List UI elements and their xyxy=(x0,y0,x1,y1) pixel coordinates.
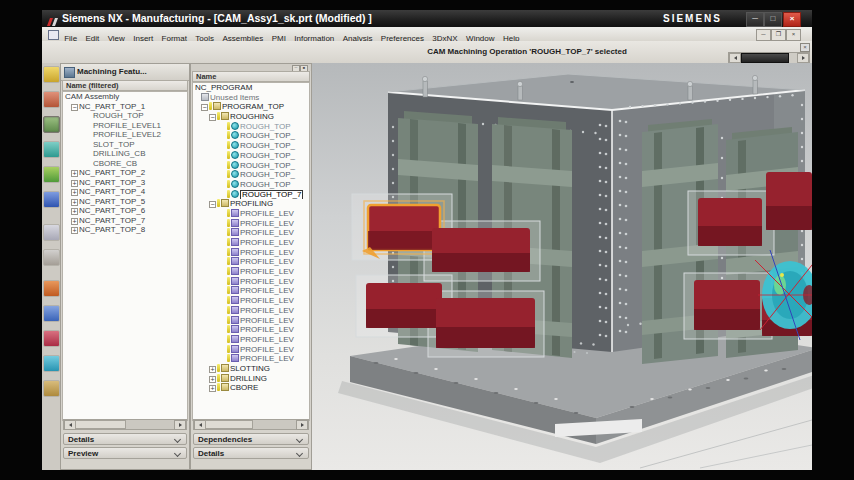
tree-expander-icon[interactable] xyxy=(201,104,208,111)
tree-expander-icon[interactable] xyxy=(71,189,78,196)
tree-row[interactable]: PROFILE_LEV xyxy=(193,325,309,335)
scrollbar-thumb[interactable] xyxy=(205,420,253,429)
tree-row[interactable]: Unused Items xyxy=(193,93,309,103)
maximize-button[interactable]: □ xyxy=(764,12,782,27)
toolbar-overflow-icon[interactable]: × xyxy=(800,43,810,52)
tree-row[interactable]: NC_PART_TOP_7 xyxy=(63,216,187,226)
details-section-bar[interactable]: Details xyxy=(193,447,309,459)
history-icon[interactable] xyxy=(43,224,60,241)
scroll-right-icon[interactable] xyxy=(296,420,308,430)
selected-workpiece[interactable] xyxy=(362,201,444,259)
assembly-navigator-icon[interactable] xyxy=(43,66,60,83)
tree-row[interactable]: CBORE xyxy=(193,383,309,393)
system-scenes-icon[interactable] xyxy=(43,355,60,372)
workpiece[interactable] xyxy=(694,280,760,330)
tree-row[interactable]: PROFILE_LEV xyxy=(193,306,309,316)
tree-expander-icon[interactable] xyxy=(71,180,78,187)
part-navigator-icon[interactable] xyxy=(43,166,60,183)
tree-row[interactable]: PROFILE_LEV xyxy=(193,257,309,267)
tombstone-fixture-model[interactable] xyxy=(312,63,812,470)
tree-row[interactable]: PROFILE_LEV xyxy=(193,219,309,229)
tree-row[interactable]: NC_PART_TOP_6 xyxy=(63,206,187,216)
tree-expander-icon[interactable] xyxy=(71,170,78,177)
scroll-left-icon[interactable] xyxy=(729,53,741,63)
tree-row[interactable]: PROFILE_LEV xyxy=(193,286,309,296)
reuse-library-icon[interactable] xyxy=(43,249,60,266)
minimize-button[interactable]: ─ xyxy=(746,12,764,27)
close-button[interactable]: × xyxy=(783,12,801,27)
tree-expander-icon[interactable] xyxy=(71,199,78,206)
panel-header[interactable]: Machining Featu... xyxy=(61,64,189,81)
tree-row[interactable]: ROUGH_TOP_ xyxy=(193,151,309,161)
tree-row[interactable]: ROUGHING xyxy=(193,112,309,122)
workpiece[interactable] xyxy=(766,172,812,230)
details-section-bar[interactable]: Details xyxy=(63,433,187,445)
tree-row[interactable]: NC_PART_TOP_2 xyxy=(63,168,187,178)
tree-row[interactable]: NC_PART_TOP_3 xyxy=(63,178,187,188)
tree-row[interactable]: PROFILE_LEV xyxy=(193,248,309,258)
tree-row[interactable]: ROUGH_TOP_ xyxy=(193,161,309,171)
tree-row[interactable]: PROFILE_LEVEL1 xyxy=(63,121,187,131)
tree-expander-icon[interactable] xyxy=(71,104,78,111)
tree-row[interactable]: ROUGH_TOP xyxy=(63,111,187,121)
tree-row[interactable]: NC_PART_TOP_5 xyxy=(63,197,187,207)
tree-row[interactable]: PROFILE_LEV xyxy=(193,296,309,306)
tree-row[interactable]: PROFILE_LEV xyxy=(193,354,309,364)
touch-mode-icon[interactable] xyxy=(43,380,60,397)
tree-row[interactable]: ROUGH_TOP_ xyxy=(193,131,309,141)
tree-row[interactable]: PROFILE_LEV xyxy=(193,345,309,355)
web-browser-icon[interactable] xyxy=(43,191,60,208)
tree-row[interactable]: ROUGH_TOP_ xyxy=(193,141,309,151)
tree-expander-icon[interactable] xyxy=(209,201,216,208)
preview-section-bar[interactable]: Preview xyxy=(63,447,187,459)
tree-row[interactable]: ROUGH_TOP xyxy=(193,180,309,190)
scroll-right-icon[interactable] xyxy=(174,420,186,430)
tree-expander-icon[interactable] xyxy=(209,376,216,383)
tree-expander-icon[interactable] xyxy=(209,385,216,392)
title-bar[interactable]: Siemens NX - Manufacturing - [CAM_Assy1_… xyxy=(42,10,812,27)
workpiece[interactable] xyxy=(698,198,762,246)
tree-row[interactable]: PROFILE_LEV xyxy=(193,277,309,287)
machining-feature-navigator-icon[interactable] xyxy=(43,116,60,133)
tree-row[interactable]: PROFILE_LEV xyxy=(193,228,309,238)
child-minimize-icon[interactable]: ─ xyxy=(756,29,771,41)
tree-row[interactable]: SLOTTING xyxy=(193,364,309,374)
child-close-icon[interactable]: × xyxy=(786,29,801,41)
horizontal-scrollbar[interactable] xyxy=(63,419,187,430)
tree-row[interactable]: PROGRAM_TOP xyxy=(193,102,309,112)
constraint-navigator-icon[interactable] xyxy=(43,91,60,108)
workpiece[interactable] xyxy=(432,228,530,272)
tree-row[interactable]: PROFILE_LEV xyxy=(193,267,309,277)
tree-expander-icon[interactable] xyxy=(71,227,78,234)
tree-row[interactable]: DRILLING xyxy=(193,374,309,384)
tree-row[interactable]: DRILLING_CB xyxy=(63,149,187,159)
tree-row[interactable]: ROUGH_TOP xyxy=(193,122,309,132)
tree-row[interactable]: CBORE_CB xyxy=(63,159,187,169)
scrollbar-thumb[interactable] xyxy=(741,53,789,63)
tree-row[interactable]: SLOT_TOP xyxy=(63,140,187,150)
roles-icon[interactable] xyxy=(43,330,60,347)
tree-expander-icon[interactable] xyxy=(209,366,216,373)
tree-expander-icon[interactable] xyxy=(209,114,216,121)
tree-row[interactable]: ROUGH_TOP_7 xyxy=(193,190,309,200)
tree-row[interactable]: ROUGH_TOP_ xyxy=(193,170,309,180)
dependencies-section-bar[interactable]: Dependencies xyxy=(193,433,309,445)
tree-row[interactable]: NC_PROGRAM xyxy=(193,83,309,93)
operation-navigator-icon[interactable] xyxy=(43,141,60,158)
tree-expander-icon[interactable] xyxy=(71,208,78,215)
tree-row[interactable]: NC_PART_TOP_4 xyxy=(63,187,187,197)
child-restore-icon[interactable]: ❐ xyxy=(771,29,786,41)
panel-dock-strip[interactable]: ─ ■ xyxy=(191,64,311,71)
column-header[interactable]: Name xyxy=(192,71,310,82)
graphics-viewport[interactable] xyxy=(312,63,812,470)
workpiece[interactable] xyxy=(366,283,442,328)
horizontal-scrollbar[interactable] xyxy=(193,419,309,430)
scroll-right-icon[interactable] xyxy=(797,53,809,63)
manufacturing-wizards-icon[interactable] xyxy=(43,305,60,322)
tree-row[interactable]: PROFILE_LEV xyxy=(193,335,309,345)
tree-row[interactable]: NC_PART_TOP_8 xyxy=(63,225,187,235)
tree-row[interactable]: PROFILE_LEV xyxy=(193,316,309,326)
scrollbar-thumb[interactable] xyxy=(75,420,126,429)
tree-expander-icon[interactable] xyxy=(71,218,78,225)
column-header[interactable]: Name (filtered) xyxy=(62,80,188,91)
